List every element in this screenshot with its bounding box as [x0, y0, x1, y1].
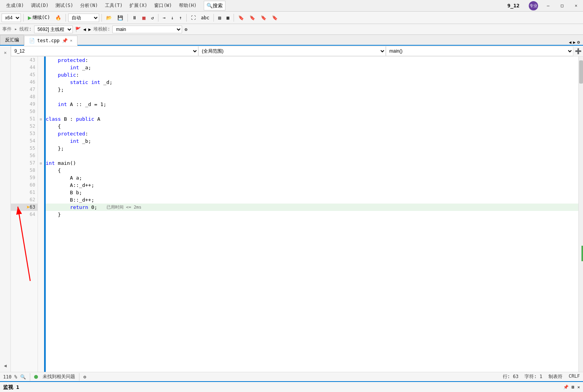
code-line-43: protected: [46, 56, 578, 64]
scope-select-1[interactable]: 9_12 [11, 46, 198, 56]
code-line-47: }; [46, 86, 578, 93]
open-file-button[interactable]: 📂 [104, 13, 114, 22]
code-line-46: static int _d; [46, 79, 578, 86]
restart-button[interactable]: ↺ [149, 13, 156, 22]
platform-select[interactable]: x64 [2, 14, 21, 22]
menu-analyze[interactable]: 分析(N) [77, 1, 101, 10]
menu-help[interactable]: 帮助(H) [176, 1, 200, 10]
code-line-62: B::_d++; [46, 196, 578, 204]
bp2-button[interactable]: 🔖 [248, 13, 257, 22]
memory1-button[interactable]: ▤ [216, 13, 223, 22]
search-icon: 🔍 [206, 3, 213, 9]
code-line-52: { [46, 123, 578, 130]
app-name: 9_12 [507, 3, 519, 9]
settings-icon[interactable]: ⚙ [83, 374, 86, 380]
no-issues-label: 未找到相关问题 [43, 373, 75, 380]
ln-63: 63 [11, 204, 38, 211]
ln-62: 62 [11, 196, 38, 204]
kw-int-54: int [70, 137, 79, 145]
stop-icon: ■ [142, 15, 145, 21]
menu-debug[interactable]: 调试(D) [28, 1, 52, 10]
toolbar-separator [23, 14, 24, 22]
code-line-54: int _b; [46, 137, 578, 145]
left-sidebar: ✕ ◀ [0, 46, 11, 372]
memory2-button[interactable]: ▦ [225, 13, 231, 22]
bp4-button[interactable]: 🔖 [270, 13, 280, 22]
watch-title-bar: 监视 1 📌 ⊞ ✕ [0, 382, 583, 392]
sidebar-arrow-icon[interactable]: ◀ [1, 361, 10, 370]
tab-scroll-left[interactable]: ◀ [569, 40, 572, 45]
main-area: ✕ ◀ 9_12 (全局范围) main() ➕ 43 44 [0, 46, 583, 372]
minimize-button[interactable]: — [544, 2, 552, 10]
execution-arrow-icon: ➤ [26, 204, 30, 211]
menu-window[interactable]: 窗口(W) [151, 1, 175, 10]
continue-button[interactable]: ▶ 继续(C) [26, 13, 52, 22]
fold-57[interactable]: ⊟ [38, 159, 44, 167]
watch-close-icon[interactable]: ✕ [577, 385, 580, 390]
ln-54: 54 [11, 137, 38, 145]
menu-build[interactable]: 生成(B) [3, 1, 27, 10]
save-button[interactable]: 💾 [115, 13, 125, 22]
code-line-56 [46, 152, 578, 159]
show-next-statement-button[interactable]: ⛶ [189, 13, 198, 22]
step-into-button[interactable]: ↓ [169, 13, 175, 22]
step-over-button[interactable]: → [161, 13, 167, 22]
menu-test[interactable]: 测试(S) [52, 1, 76, 10]
breakpoint-button[interactable]: 🔖 [236, 13, 246, 22]
close-button[interactable]: ✕ [572, 2, 580, 10]
maximize-button[interactable]: □ [558, 2, 566, 10]
vertical-scrollbar[interactable] [578, 56, 583, 372]
ln-51: 51 [11, 115, 38, 123]
ln-48: 48 [11, 93, 38, 101]
tab-close-button[interactable]: ✕ [70, 38, 72, 43]
tab-scroll-right[interactable]: ▶ [573, 40, 576, 45]
ln-52: 52 [11, 123, 38, 130]
menu-tools[interactable]: 工具(T) [102, 1, 126, 10]
thread-select[interactable]: 5692] 主线程 [34, 26, 73, 33]
kw-int-44: int [70, 64, 79, 71]
zoom-icon[interactable]: 🔍 [20, 374, 26, 380]
scrollbar-thumb[interactable] [579, 60, 583, 84]
scope-select-3[interactable]: main() [386, 46, 573, 56]
tab-pin-icon: 📌 [62, 38, 68, 43]
tb-sep-5 [158, 14, 158, 22]
global-search[interactable]: 🔍 搜索 [204, 1, 225, 10]
debug-bar: 事件 ▸ 线程: 5692] 主线程 🚩 ◀ ▶ 堆栈帧: main ⚙ [0, 24, 583, 35]
pause-button[interactable]: ⏸ [130, 13, 139, 22]
kw-return: return [70, 204, 88, 211]
tab-disassembly[interactable]: 反汇编 [0, 35, 24, 45]
status-right: 行: 63 字符: 1 制表符 CRLF [503, 373, 580, 380]
ln-61: 61 [11, 189, 38, 196]
zoom-level[interactable]: 110 % [3, 374, 17, 380]
code-line-55: }; [46, 145, 578, 152]
line-gutter: 43 44 45 46 47 48 49 50 51 52 53 54 55 5… [11, 56, 38, 372]
line-numbers: 43 44 45 46 47 48 49 50 51 52 53 54 55 5… [11, 56, 38, 218]
avatar[interactable]: 专业 [529, 1, 538, 10]
tab-settings-icon[interactable]: ⚙ [577, 39, 580, 45]
watch-pin-icon[interactable]: 📌 [563, 385, 569, 390]
sidebar-close-icon[interactable]: ✕ [1, 48, 10, 57]
stack-select[interactable]: main [112, 26, 182, 33]
tab-testcpp[interactable]: 📄 test.cpp 📌 ✕ [24, 36, 77, 46]
watch-dock-icon[interactable]: ⊞ [572, 385, 574, 390]
issues-dot [34, 375, 38, 379]
hot-reload-button[interactable]: 🔥 [53, 13, 63, 22]
hex-button[interactable]: abc [199, 13, 212, 22]
stop-button[interactable]: ■ [140, 13, 147, 22]
scope-select-2[interactable]: (全局范围) [198, 46, 386, 56]
step-out-button[interactable]: ↑ [177, 13, 184, 22]
fold-51[interactable]: ⊟ [38, 115, 44, 123]
add-watch-icon[interactable]: ➕ [573, 48, 583, 54]
ln-46: 46 [11, 79, 38, 86]
code-line-50 [46, 108, 578, 115]
status-sep-2 [79, 373, 79, 381]
ln-49: 49 [11, 101, 38, 108]
code-content[interactable]: protected: int _a; public: static int _d… [46, 56, 578, 372]
menu-extensions[interactable]: 扩展(X) [126, 1, 150, 10]
mode-select[interactable]: 自动 [68, 14, 99, 22]
bp3-button[interactable]: 🔖 [259, 13, 268, 22]
tab-type[interactable]: 制表符 [549, 373, 562, 380]
thread-label: 线程: [19, 26, 31, 33]
line-ending[interactable]: CRLF [569, 373, 580, 380]
editor-area[interactable]: 43 44 45 46 47 48 49 50 51 52 53 54 55 5… [11, 56, 583, 372]
